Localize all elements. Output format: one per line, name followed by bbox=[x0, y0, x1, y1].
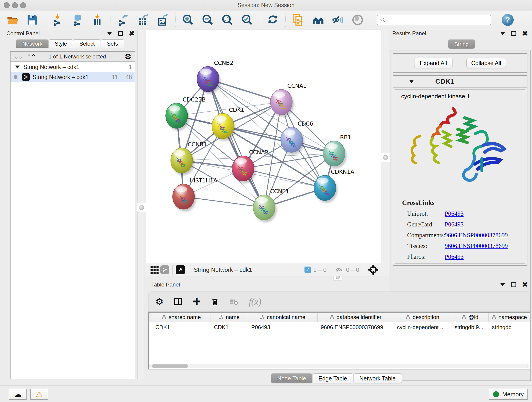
export-network-icon[interactable] bbox=[116, 13, 130, 27]
apply-layout-icon[interactable] bbox=[266, 13, 279, 27]
memory-button[interactable]: Memory bbox=[489, 389, 528, 400]
control-panel-close-icon[interactable]: ✖ bbox=[129, 31, 135, 36]
crosslink-link[interactable]: P06493 bbox=[445, 210, 464, 217]
cloud-button[interactable]: ☁ bbox=[9, 389, 27, 400]
tab-string[interactable]: String bbox=[448, 39, 475, 49]
table-cell[interactable]: stringdb bbox=[489, 322, 530, 332]
column-header[interactable]: description bbox=[394, 313, 452, 322]
table-header-row: shared namenamecanonical namedatabase id… bbox=[149, 313, 530, 322]
zoom-selected-icon[interactable] bbox=[241, 13, 254, 27]
network-collection-row[interactable]: String Network – cdk1 1 bbox=[11, 62, 135, 72]
import-network-database-icon[interactable] bbox=[71, 13, 84, 27]
add-column-icon[interactable]: ✚ bbox=[193, 297, 201, 306]
grid-mode-icon[interactable] bbox=[151, 266, 158, 274]
column-header[interactable]: canonical name bbox=[248, 313, 317, 322]
tab-style[interactable]: Style bbox=[49, 39, 73, 48]
export-image-icon[interactable] bbox=[156, 13, 169, 27]
network-list-panel: ⌄⌄ ⌃⌃ 1 of 1 Network selected ⚙ String N… bbox=[10, 51, 135, 379]
tab-network-table[interactable]: Network Table bbox=[353, 373, 402, 383]
help-icon[interactable]: ? bbox=[502, 14, 514, 26]
crosslink-link[interactable]: P06493 bbox=[445, 253, 464, 260]
table-hscrollbar-thumb[interactable] bbox=[152, 364, 188, 368]
node-label: CCNA2 bbox=[249, 149, 268, 156]
import-table-file-icon[interactable] bbox=[91, 13, 104, 27]
right-splitter-handle[interactable] bbox=[381, 153, 390, 162]
network-node-ccna1[interactable]: CCNA1 bbox=[270, 83, 307, 117]
network-node-cdc25b[interactable]: CDC25B bbox=[166, 96, 206, 131]
network-node-ccnb1[interactable]: CCNB1 bbox=[171, 141, 207, 175]
warning-icon: ⚠ bbox=[36, 390, 43, 399]
results-panel-float-icon[interactable] bbox=[511, 31, 516, 36]
table-cell[interactable]: stringdb:9... bbox=[451, 322, 489, 332]
collection-expand-icon[interactable] bbox=[15, 65, 20, 69]
crosslink-link[interactable]: 9606.ENSP00000378699 bbox=[445, 242, 508, 249]
network-node-cdc6[interactable]: CDC6 bbox=[281, 120, 313, 155]
table-options-gear-icon[interactable]: ⚙ bbox=[155, 297, 164, 306]
import-network-file-icon[interactable] bbox=[51, 13, 65, 27]
tab-select[interactable]: Select bbox=[73, 39, 101, 48]
network-edge[interactable] bbox=[208, 79, 264, 207]
presentation-icon[interactable] bbox=[351, 13, 364, 27]
table-cell[interactable]: 9606.ENSP00000378699 bbox=[317, 322, 394, 332]
string-view-icon[interactable] bbox=[160, 265, 169, 274]
locate-target-icon[interactable] bbox=[368, 265, 378, 275]
zoom-out-icon[interactable] bbox=[201, 13, 215, 27]
network-graph[interactable]: CCNB2CCNA1CDC25BCDK1CDC6RB1CCNB1CCNA2CDK… bbox=[146, 30, 381, 263]
tab-edge-table[interactable]: Edge Table bbox=[312, 373, 353, 383]
crosslink-link[interactable]: P06493 bbox=[445, 221, 464, 228]
zoom-in-icon[interactable] bbox=[181, 13, 195, 27]
network-options-gear-icon[interactable]: ⚙ bbox=[125, 52, 132, 61]
table-cell[interactable]: CDK1 bbox=[211, 322, 248, 332]
open-session-icon[interactable] bbox=[6, 13, 19, 27]
control-panel-menu-icon[interactable] bbox=[107, 32, 112, 35]
tab-node-table[interactable]: Node Table bbox=[271, 373, 312, 383]
column-header[interactable]: shared name bbox=[152, 313, 211, 322]
table-row[interactable]: CDK1CDK1P064939606.ENSP00000378699cyclin… bbox=[149, 322, 530, 332]
node-result-header[interactable]: CDK1 bbox=[393, 76, 527, 88]
show-columns-icon[interactable] bbox=[174, 297, 183, 306]
export-table-icon[interactable] bbox=[136, 13, 149, 27]
home-icon[interactable] bbox=[312, 13, 325, 27]
column-header[interactable]: name bbox=[211, 313, 248, 322]
warnings-button[interactable]: ⚠ bbox=[30, 389, 48, 400]
crosslink-row: Pharos:P06493 bbox=[402, 253, 525, 260]
collapse-all-networks-icon[interactable]: ⌄⌄ bbox=[14, 54, 23, 60]
delete-column-icon[interactable] bbox=[210, 297, 219, 306]
selected-checkbox-icon[interactable]: ✓ bbox=[304, 267, 311, 273]
left-splitter-handle[interactable] bbox=[137, 203, 146, 212]
network-row[interactable]: String Network – cdk1 11 48 bbox=[11, 72, 135, 82]
search-field[interactable] bbox=[377, 15, 491, 25]
tab-network[interactable]: Network bbox=[16, 39, 49, 48]
column-header[interactable]: @id bbox=[451, 313, 489, 322]
column-header[interactable]: database identifier bbox=[317, 313, 394, 322]
control-panel-float-icon[interactable] bbox=[118, 31, 123, 36]
open-in-string-icon[interactable] bbox=[292, 13, 305, 27]
results-panel-close-icon[interactable]: ✖ bbox=[522, 31, 528, 36]
birdseye-view-icon[interactable] bbox=[176, 265, 185, 274]
network-node-rb1[interactable]: RB1 bbox=[323, 134, 351, 168]
table-hscrollbar[interactable] bbox=[149, 364, 529, 368]
expand-all-button[interactable]: Expand All bbox=[414, 58, 453, 68]
save-session-icon[interactable] bbox=[26, 13, 39, 27]
search-input[interactable] bbox=[388, 17, 488, 23]
tab-sets[interactable]: Sets bbox=[101, 39, 124, 48]
network-node-ccnb2[interactable]: CCNB2 bbox=[197, 60, 233, 94]
network-node-cdkn1a[interactable]: CDKN1A bbox=[314, 168, 354, 203]
network-node-hist1h1a[interactable]: HIST1H1A bbox=[172, 177, 217, 211]
entry-collapse-icon[interactable] bbox=[409, 80, 414, 83]
hide-unhide-icon[interactable] bbox=[331, 13, 345, 27]
column-header[interactable]: namespace bbox=[489, 313, 530, 322]
collapse-all-button[interactable]: Collapse All bbox=[467, 58, 506, 68]
network-node-ccne1[interactable]: CCNE1 bbox=[253, 188, 289, 222]
table-cell[interactable]: P06493 bbox=[248, 322, 317, 332]
network-canvas[interactable]: CCNB2CCNA1CDC25BCDK1CDC6RB1CCNB1CCNA2CDK… bbox=[146, 30, 381, 263]
table-cell[interactable]: CDK1 bbox=[152, 322, 211, 332]
table-panel-close-icon[interactable]: ✖ bbox=[522, 282, 528, 287]
table-panel-float-icon[interactable] bbox=[511, 282, 516, 287]
expand-all-networks-icon[interactable]: ⌃⌃ bbox=[27, 54, 36, 60]
table-panel-menu-icon[interactable] bbox=[500, 283, 505, 286]
zoom-fit-icon[interactable] bbox=[221, 13, 234, 27]
crosslink-link[interactable]: 9606.ENSP00000378699 bbox=[445, 232, 508, 239]
results-panel-menu-icon[interactable] bbox=[500, 32, 505, 35]
table-cell[interactable]: cyclin-dependent ... bbox=[394, 322, 452, 332]
